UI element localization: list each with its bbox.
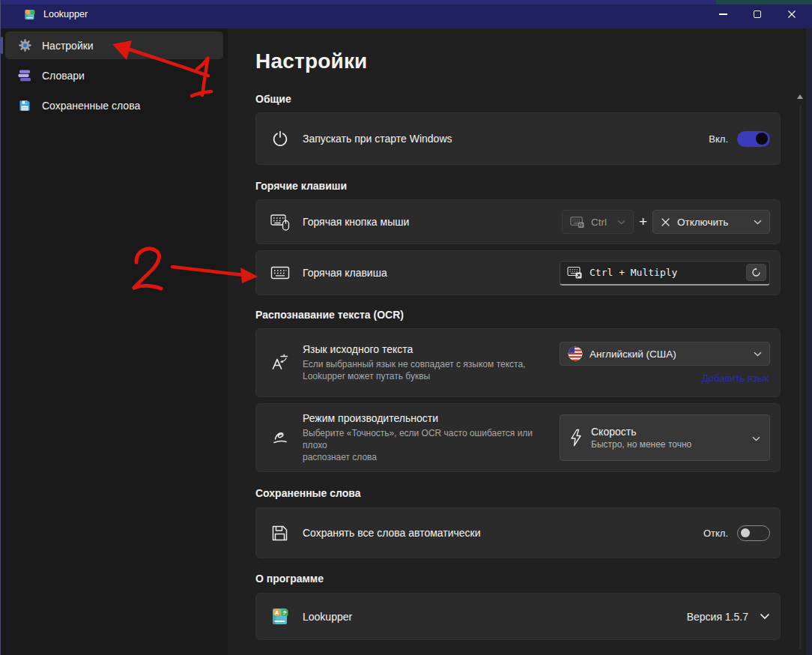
keyboard-language-icon: [570, 216, 584, 229]
maximize-icon: [754, 10, 761, 18]
save-icon: [270, 525, 290, 542]
reset-icon: [751, 268, 761, 277]
chevron-down-icon[interactable]: [760, 613, 770, 620]
window-right-edge: [806, 28, 812, 655]
x-icon: [661, 217, 670, 227]
selection-indicator: [1, 37, 3, 54]
chevron-down-icon: [752, 431, 760, 444]
setting-label: Режим производительности: [303, 412, 560, 424]
ocr-language-value: Английский (США): [590, 348, 676, 360]
reset-hotkey-button[interactable]: [746, 264, 766, 281]
floppy-disk-icon: [17, 98, 32, 113]
lookupper-app-icon: A: [270, 606, 290, 627]
books-icon: [17, 68, 32, 83]
plus-sign: +: [639, 214, 647, 230]
about-row[interactable]: A Lookupper Версия 1.5.7: [255, 593, 781, 640]
scroll-up-arrow-icon[interactable]: [797, 94, 803, 99]
setting-mouse-hotkey: Горячая кнопка мыши Ctrl +: [255, 199, 781, 244]
toggle-knob: [741, 528, 750, 537]
setting-description: Выберите «Точность», если OCR часто ошиб…: [303, 427, 560, 463]
setting-label: Язык исходного текста: [303, 343, 525, 355]
us-flag-icon: [568, 346, 583, 361]
close-icon: [787, 10, 796, 19]
setting-description: Если выбранный язык не совпадает с языко…: [303, 358, 525, 382]
sidebar-item-dictionaries[interactable]: Словари: [5, 61, 223, 89]
section-ocr: Распознавание текста (OCR): [255, 309, 781, 321]
section-saved-words: Сохраненные слова: [255, 487, 781, 499]
performance-value: Скорость: [591, 426, 691, 438]
modifier-value: Ctrl: [591, 217, 607, 228]
page-title: Настройки: [255, 49, 781, 75]
window-title: Lookupper: [43, 9, 88, 19]
section-hotkeys: Горячие клавиши: [255, 180, 781, 192]
keyboard-input-icon: [567, 266, 582, 279]
performance-value-description: Быстро, но менее точно: [591, 439, 691, 450]
keyboard-icon: [270, 265, 290, 280]
setting-label: Сохранять все слова автоматически: [303, 527, 481, 539]
app-name: Lookupper: [303, 611, 352, 623]
setting-autosave: Сохранять все слова автоматически Откл.: [255, 507, 781, 558]
sidebar-item-label: Настройки: [42, 40, 94, 52]
startup-toggle[interactable]: [737, 131, 770, 147]
settings-page: Настройки Общие Запускать при старте Win…: [228, 28, 812, 655]
sidebar: Настройки Словари: [1, 28, 228, 655]
add-language-link[interactable]: Добавить язык: [702, 372, 769, 384]
scrollbar-track[interactable]: [799, 105, 802, 649]
setting-label: Запускать при старте Windows: [303, 133, 452, 145]
section-general: Общие: [255, 93, 781, 105]
setting-key-hotkey: Горячая клавиша Ctrl + Multiply: [255, 250, 781, 295]
toggle-state-label: Откл.: [703, 528, 728, 539]
minimize-icon: [719, 13, 727, 14]
setting-label: Горячая клавиша: [303, 267, 387, 279]
hotkey-value: Ctrl + Multiply: [590, 267, 677, 278]
sidebar-item-label: Словари: [42, 70, 85, 82]
lightning-icon: [569, 429, 583, 447]
background-strip: [1, 0, 716, 4]
mouse-action-value: Отключить: [677, 217, 728, 228]
svg-text:A: A: [275, 610, 279, 615]
keyboard-mouse-icon: [270, 213, 290, 231]
hotkey-input[interactable]: Ctrl + Multiply: [560, 261, 770, 286]
ocr-language-select[interactable]: Английский (США): [560, 342, 770, 366]
sidebar-item-saved-words[interactable]: Сохраненные слова: [5, 91, 223, 119]
app-icon: [23, 8, 36, 21]
setting-startup: Запускать при старте Windows Вкл.: [255, 112, 781, 165]
toggle-state-label: Вкл.: [709, 133, 728, 145]
toggle-knob: [756, 133, 768, 145]
power-icon: [270, 130, 290, 148]
chevron-down-icon: [754, 351, 762, 357]
translate-icon: [270, 353, 290, 373]
section-about: О программе: [255, 573, 781, 585]
modifier-select[interactable]: Ctrl: [562, 210, 634, 234]
sidebar-item-settings[interactable]: Настройки: [5, 31, 223, 59]
chevron-down-icon: [754, 220, 762, 225]
setting-performance: Режим производительности Выберите «Точно…: [255, 403, 781, 472]
gear-icon: [17, 38, 32, 53]
sidebar-item-label: Сохраненные слова: [42, 100, 140, 112]
setting-label: Горячая кнопка мыши: [303, 216, 409, 228]
background-strip-teal: [716, 0, 812, 4]
performance-icon: [270, 429, 290, 447]
performance-select[interactable]: Скорость Быстро, но менее точно: [560, 414, 770, 461]
chevron-down-icon: [617, 220, 625, 225]
version-label: Версия 1.5.7: [687, 611, 748, 623]
mouse-action-select[interactable]: Отключить: [652, 210, 770, 234]
app-window: Lookupper: [0, 0, 812, 655]
setting-ocr-language: Язык исходного текста Если выбранный язы…: [255, 328, 781, 397]
autosave-toggle[interactable]: [737, 525, 770, 541]
